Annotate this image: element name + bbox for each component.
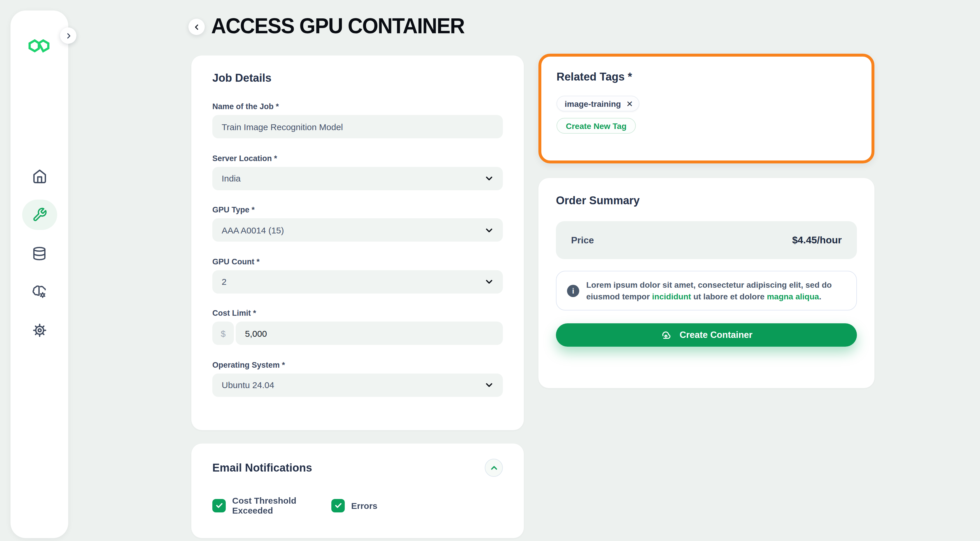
cost-limit-field: Cost Limit * $ xyxy=(212,309,503,345)
operating-system-value: Ubuntu 24.04 xyxy=(222,380,274,390)
gpu-type-select[interactable]: AAA A0014 (15) xyxy=(212,218,503,242)
chevron-down-icon xyxy=(485,380,493,389)
gpu-count-select[interactable]: 2 xyxy=(212,270,503,293)
related-tags-card: Related Tags * image-training ✕ Create N… xyxy=(538,54,874,163)
brain-gear-icon xyxy=(32,284,47,300)
infinity-logo xyxy=(27,38,51,53)
gpu-count-value: 2 xyxy=(222,277,227,287)
related-tags-title: Related Tags * xyxy=(557,70,856,83)
notification-options: Cost Threshold Exceeded Errors xyxy=(212,495,503,515)
checkbox-checked-icon xyxy=(331,499,345,512)
create-new-tag-label: Create New Tag xyxy=(566,121,627,131)
sidebar-item-settings[interactable] xyxy=(22,315,57,345)
sidebar-item-ai[interactable] xyxy=(22,277,57,307)
order-summary-card: Order Summary Price $4.45/hour i Lorem i… xyxy=(538,178,874,388)
checkbox-label: Errors xyxy=(351,500,377,511)
chevron-left-icon xyxy=(193,24,200,30)
tag-remove-button[interactable]: ✕ xyxy=(626,99,633,108)
gpu-type-value: AAA A0014 (15) xyxy=(222,225,284,235)
checkbox-errors[interactable]: Errors xyxy=(331,499,377,512)
create-container-label: Create Container xyxy=(679,330,752,340)
gpu-count-field: GPU Count * 2 xyxy=(212,257,503,293)
job-name-input[interactable] xyxy=(212,115,503,138)
checkbox-cost-threshold[interactable]: Cost Threshold Exceeded xyxy=(212,495,331,515)
email-notifications-title: Email Notifications xyxy=(212,461,312,474)
info-segment: . xyxy=(819,292,821,301)
chevron-down-icon xyxy=(485,225,493,234)
sidebar-item-database[interactable] xyxy=(22,238,57,268)
sidebar-item-home[interactable] xyxy=(22,161,57,192)
page: ACCESS GPU CONTAINER Job Details Name of… xyxy=(0,0,980,541)
server-location-field: Server Location * India xyxy=(212,154,503,190)
info-text: Lorem ipsum dolor sit amet, consectetur … xyxy=(586,279,846,302)
tag-list: image-training ✕ Create New Tag xyxy=(557,96,856,134)
info-segment: ut labore et dolore xyxy=(691,292,767,301)
email-notifications-card: Email Notifications Cost Threshold Excee… xyxy=(191,444,524,538)
tag-chip: image-training ✕ xyxy=(557,96,640,112)
operating-system-field: Operating System * Ubuntu 24.04 xyxy=(212,361,503,397)
gpu-type-field: GPU Type * AAA A0014 (15) xyxy=(212,206,503,242)
chevron-down-icon xyxy=(485,174,493,183)
wrench-icon xyxy=(32,207,47,222)
info-icon: i xyxy=(567,284,579,297)
sidebar xyxy=(11,11,68,538)
database-icon xyxy=(32,246,47,260)
server-location-select[interactable]: India xyxy=(212,167,503,190)
info-box: i Lorem ipsum dolor sit amet, consectetu… xyxy=(556,271,857,311)
currency-prefix: $ xyxy=(212,322,234,345)
sidebar-item-tools[interactable] xyxy=(22,199,57,230)
order-summary-title: Order Summary xyxy=(556,194,857,207)
collapse-button[interactable] xyxy=(485,459,503,477)
server-location-value: India xyxy=(222,173,240,183)
job-name-label: Name of the Job * xyxy=(212,102,503,111)
expand-sidebar-button[interactable] xyxy=(60,27,76,44)
chevron-down-icon xyxy=(485,277,493,286)
job-name-field: Name of the Job * xyxy=(212,102,503,138)
operating-system-select[interactable]: Ubuntu 24.04 xyxy=(212,373,503,397)
sidebar-nav xyxy=(11,161,68,345)
chevron-up-icon xyxy=(490,464,498,472)
server-location-label: Server Location * xyxy=(212,154,503,163)
gpu-type-label: GPU Type * xyxy=(212,206,503,214)
chevron-right-icon xyxy=(65,32,72,39)
price-value: $4.45/hour xyxy=(792,234,842,246)
cloud-upload-icon xyxy=(660,329,671,340)
info-segment-highlight: incididunt xyxy=(652,292,691,301)
checkbox-checked-icon xyxy=(212,499,226,512)
operating-system-label: Operating System * xyxy=(212,361,503,369)
cost-limit-input[interactable] xyxy=(235,322,503,345)
price-row: Price $4.45/hour xyxy=(556,221,857,259)
gear-icon xyxy=(32,323,47,338)
job-details-title: Job Details xyxy=(212,72,503,85)
gpu-count-label: GPU Count * xyxy=(212,257,503,266)
checkbox-label: Cost Threshold Exceeded xyxy=(232,495,331,515)
create-container-button[interactable]: Create Container xyxy=(556,323,857,347)
tag-label: image-training xyxy=(565,99,621,108)
page-title: ACCESS GPU CONTAINER xyxy=(211,14,465,38)
create-new-tag-button[interactable]: Create New Tag xyxy=(557,118,636,134)
price-label: Price xyxy=(571,235,594,246)
cost-limit-label: Cost Limit * xyxy=(212,309,503,318)
back-button[interactable] xyxy=(188,19,205,35)
home-icon xyxy=(32,169,47,184)
info-segment-highlight: magna aliqua xyxy=(767,292,819,301)
close-icon: ✕ xyxy=(626,99,633,108)
job-details-card: Job Details Name of the Job * Server Loc… xyxy=(191,56,524,430)
